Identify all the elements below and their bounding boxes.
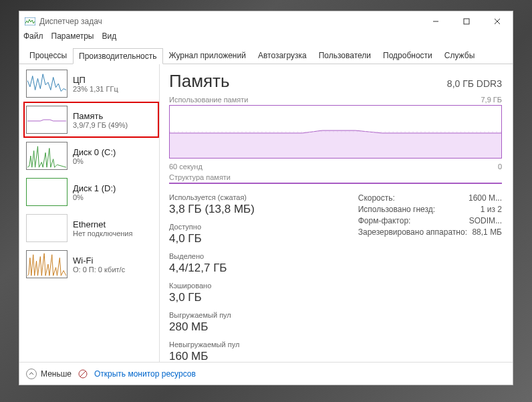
sidebar-memory-sub: 3,9/7,9 ГБ (49%): [73, 121, 128, 129]
page-title: Память: [169, 71, 230, 92]
svg-line-7: [80, 371, 86, 377]
sidebar-cpu-sub: 23% 1,31 ГГц: [73, 85, 118, 93]
wifi-thumb-icon: [26, 250, 68, 278]
stat-used-v: 3,8 ГБ (13,8 МБ): [169, 203, 263, 216]
sidebar-memory-label: Память: [73, 111, 128, 121]
usage-label: Использование памяти: [169, 96, 248, 104]
sidebar-disk1-label: Диск 1 (D:): [73, 183, 116, 193]
sidebar-item-ethernet[interactable]: EthernetНет подключения: [23, 210, 159, 246]
x-right: 0: [498, 163, 502, 171]
sidebar-disk0-sub: 0%: [73, 157, 116, 165]
kv-hwres-v: 88,1 МБ: [472, 227, 502, 237]
stat-nonpaged-k: Невыгружаемый пул: [169, 340, 239, 348]
x-left: 60 секунд: [169, 163, 203, 171]
menu-view[interactable]: Вид: [102, 31, 116, 45]
stat-cached-k: Кэшировано: [169, 282, 236, 290]
stat-nonpaged-v: 160 МБ: [169, 350, 239, 362]
tabstrip: Процессы Производительность Журнал прило…: [19, 45, 513, 64]
memory-thumb-icon: [26, 106, 68, 134]
sidebar-ethernet-label: Ethernet: [73, 219, 132, 229]
stats-left: Используется (сжатая)3,8 ГБ (13,8 МБ) До…: [169, 193, 338, 362]
sidebar-item-wifi[interactable]: Wi-FiО: 0 П: 0 кбит/с: [23, 246, 159, 282]
footer: Меньше Открыть монитор ресурсов: [19, 362, 513, 385]
sidebar-cpu-label: ЦП: [73, 75, 118, 85]
close-button[interactable]: [482, 11, 513, 31]
memory-composition-chart: [169, 183, 502, 184]
ethernet-thumb-icon: [26, 214, 68, 242]
collapse-button[interactable]: Меньше: [26, 369, 72, 379]
sidebar-item-disk1[interactable]: Диск 1 (D:)0%: [23, 174, 159, 210]
usage-max: 7,9 ГБ: [481, 96, 502, 104]
window-title: Диспетчер задач: [39, 17, 420, 26]
minimize-button[interactable]: [420, 11, 451, 31]
sidebar-disk1-sub: 0%: [73, 193, 116, 201]
kv-hwres-k: Зарезервировано аппаратно:: [358, 227, 467, 237]
memory-usage-chart: [169, 105, 502, 159]
sidebar-wifi-sub: О: 0 П: 0 кбит/с: [73, 266, 125, 274]
tab-details[interactable]: Подробности: [377, 47, 438, 64]
kv-speed-v: 1600 М...: [469, 193, 502, 203]
kv-slots-v: 1 из 2: [481, 205, 502, 214]
menu-file[interactable]: Файл: [23, 31, 43, 45]
titlebar[interactable]: Диспетчер задач: [19, 11, 513, 31]
sidebar-item-cpu[interactable]: ЦП23% 1,31 ГГц: [23, 66, 159, 102]
cpu-thumb-icon: [26, 70, 68, 98]
sidebar-wifi-label: Wi-Fi: [73, 256, 125, 266]
tab-performance[interactable]: Производительность: [73, 48, 162, 64]
stats-right: Скорость:1600 М... Использовано гнезд:1 …: [358, 193, 502, 362]
menubar: Файл Параметры Вид: [19, 31, 513, 45]
kv-speed-k: Скорость:: [358, 193, 395, 203]
open-resource-monitor-link[interactable]: Открыть монитор ресурсов: [94, 369, 196, 379]
app-icon: [25, 17, 35, 25]
stat-committed-k: Выделено: [169, 252, 263, 260]
tab-startup[interactable]: Автозагрузка: [252, 47, 313, 64]
stat-committed-v: 4,4/12,7 ГБ: [169, 262, 263, 275]
stat-avail-v: 4,0 ГБ: [169, 232, 236, 245]
tab-services[interactable]: Службы: [438, 47, 481, 64]
composition-label: Структура памяти: [169, 173, 231, 181]
tab-app-history[interactable]: Журнал приложений: [163, 47, 252, 64]
disabled-icon: [78, 369, 88, 379]
stat-paged-v: 280 МБ: [169, 320, 263, 334]
svg-rect-2: [464, 19, 469, 24]
disk0-thumb-icon: [26, 142, 68, 170]
disk1-thumb-icon: [26, 178, 68, 206]
sidebar-item-memory[interactable]: Память3,9/7,9 ГБ (49%): [23, 102, 159, 138]
memory-spec: 8,0 ГБ DDR3: [447, 78, 502, 89]
menu-options[interactable]: Параметры: [51, 31, 94, 45]
tab-processes[interactable]: Процессы: [23, 47, 73, 64]
sidebar-ethernet-sub: Нет подключения: [73, 229, 132, 237]
stat-paged-k: Выгружаемый пул: [169, 311, 263, 319]
kv-form-v: SODIM...: [469, 216, 502, 225]
stat-cached-v: 3,0 ГБ: [169, 291, 236, 304]
sidebar-item-disk0[interactable]: Диск 0 (C:)0%: [23, 138, 159, 174]
tab-users[interactable]: Пользователи: [313, 47, 377, 64]
sidebar-disk0-label: Диск 0 (C:): [73, 147, 116, 157]
stat-used-k: Используется (сжатая): [169, 193, 263, 201]
kv-slots-k: Использовано гнезд:: [358, 205, 435, 214]
main-panel: Память 8,0 ГБ DDR3 Использование памяти …: [160, 64, 513, 362]
chevron-up-icon: [26, 369, 37, 379]
kv-form-k: Форм-фактор:: [358, 216, 411, 225]
stat-avail-k: Доступно: [169, 223, 236, 231]
sidebar: ЦП23% 1,31 ГГц Память3,9/7,9 ГБ (49%) Ди…: [19, 64, 160, 362]
maximize-button[interactable]: [451, 11, 482, 31]
task-manager-window: Диспетчер задач Файл Параметры Вид Проце…: [19, 11, 513, 385]
